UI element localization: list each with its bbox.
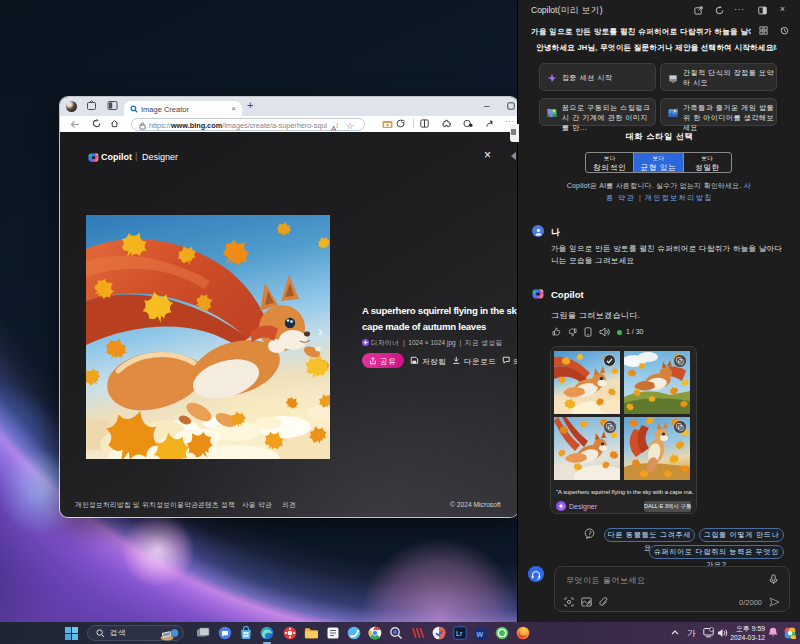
svg-text:w: w: [476, 629, 484, 639]
svg-text:Lr: Lr: [456, 630, 463, 637]
